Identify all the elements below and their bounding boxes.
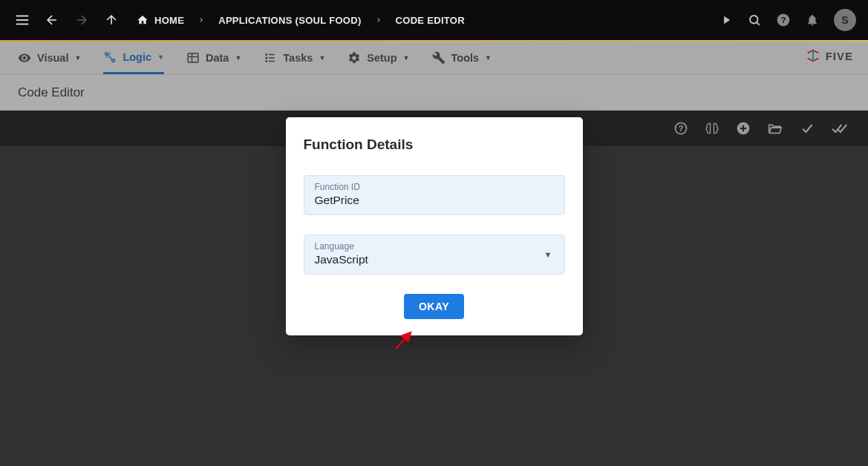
language-value: JavaScript — [315, 253, 554, 266]
run-icon[interactable] — [719, 13, 733, 27]
avatar-initial: S — [841, 14, 848, 26]
forward-icon — [71, 10, 92, 30]
dialog-actions: OKAY — [304, 294, 565, 319]
svg-point-6 — [750, 16, 758, 24]
home-icon — [137, 14, 149, 26]
top-header: HOME APPLICATIONS (SOUL FOOD) CODE EDITO… — [0, 0, 868, 40]
chevron-right-icon — [375, 16, 382, 24]
bell-icon[interactable] — [806, 13, 819, 27]
language-label: Language — [315, 241, 554, 252]
topbar-right: ? S — [719, 9, 856, 31]
dialog-title: Function Details — [304, 137, 565, 153]
breadcrumb-page[interactable]: CODE EDITOR — [396, 15, 465, 26]
up-icon[interactable] — [101, 10, 122, 30]
help-icon[interactable]: ? — [776, 13, 791, 27]
search-icon[interactable] — [748, 13, 761, 27]
breadcrumb-app[interactable]: APPLICATIONS (SOUL FOOD) — [218, 15, 361, 26]
breadcrumb-home[interactable]: HOME — [137, 14, 184, 26]
language-field[interactable]: Language JavaScript ▼ — [304, 234, 565, 275]
breadcrumb-home-label: HOME — [154, 15, 184, 26]
breadcrumb: HOME APPLICATIONS (SOUL FOOD) CODE EDITO… — [137, 14, 465, 26]
breadcrumb-page-label: CODE EDITOR — [396, 15, 465, 26]
function-id-input[interactable] — [315, 194, 554, 207]
back-icon[interactable] — [42, 10, 62, 30]
breadcrumb-app-label: APPLICATIONS (SOUL FOOD) — [218, 15, 361, 26]
avatar[interactable]: S — [834, 9, 856, 31]
chevron-down-icon: ▼ — [544, 250, 552, 259]
chevron-right-icon — [198, 16, 205, 24]
svg-line-7 — [757, 22, 759, 24]
hamburger-icon[interactable] — [12, 10, 33, 30]
svg-text:?: ? — [780, 15, 786, 24]
modal-overlay: Function Details Function ID Language Ja… — [0, 42, 868, 466]
okay-button[interactable]: OKAY — [404, 294, 464, 319]
function-id-label: Function ID — [315, 182, 554, 192]
function-details-dialog: Function Details Function ID Language Ja… — [286, 117, 583, 335]
function-id-field[interactable]: Function ID — [304, 175, 565, 215]
